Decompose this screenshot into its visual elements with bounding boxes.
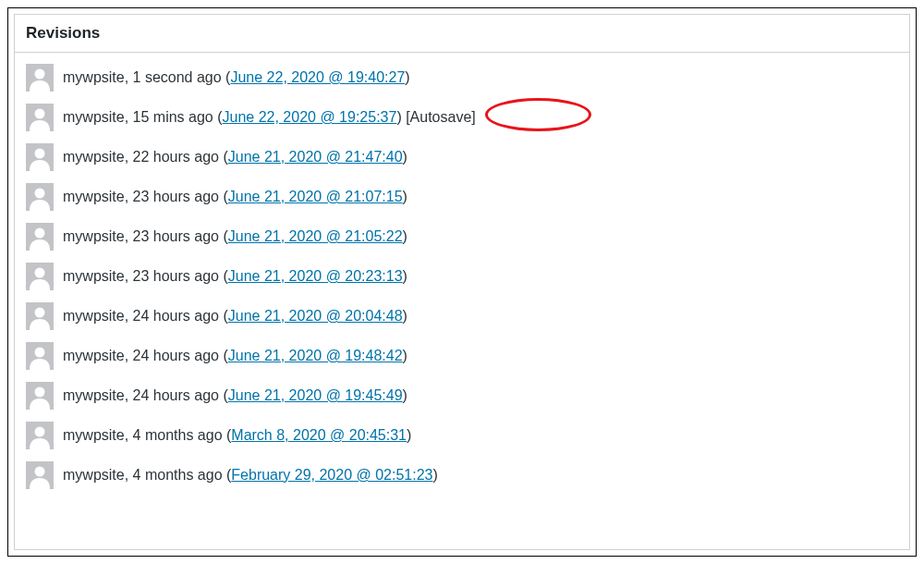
avatar-icon	[26, 342, 54, 370]
revision-author: mywpsite	[63, 149, 125, 165]
revision-datetime-link[interactable]: June 22, 2020 @ 19:40:27	[230, 69, 405, 85]
revisions-list: mywpsite, 1 second ago (June 22, 2020 @ …	[15, 53, 909, 489]
highlight-ellipse	[485, 98, 591, 131]
avatar-icon	[26, 223, 54, 251]
revision-text: mywpsite, 22 hours ago (June 21, 2020 @ …	[63, 146, 407, 168]
revision-text: mywpsite, 4 months ago (March 8, 2020 @ …	[63, 424, 411, 447]
svg-point-3	[35, 109, 45, 119]
revision-item: mywpsite, 23 hours ago (June 21, 2020 @ …	[26, 183, 898, 211]
revision-item: mywpsite, 4 months ago (February 29, 202…	[26, 461, 898, 489]
revision-author: mywpsite	[63, 268, 125, 284]
revision-ago: 23 hours ago	[133, 228, 219, 244]
revision-author: mywpsite	[63, 387, 125, 403]
revision-item: mywpsite, 23 hours ago (June 21, 2020 @ …	[26, 263, 898, 290]
revision-item: mywpsite, 22 hours ago (June 21, 2020 @ …	[26, 143, 898, 171]
avatar-icon	[26, 422, 54, 449]
revision-author: mywpsite	[63, 467, 125, 483]
revision-text: mywpsite, 1 second ago (June 22, 2020 @ …	[63, 67, 410, 89]
revision-ago: 23 hours ago	[133, 189, 219, 204]
revision-text: mywpsite, 23 hours ago (June 21, 2020 @ …	[63, 226, 407, 248]
svg-point-17	[35, 387, 45, 398]
avatar-icon	[26, 143, 54, 171]
revision-text: mywpsite, 23 hours ago (June 21, 2020 @ …	[63, 265, 407, 288]
revision-author: mywpsite	[63, 348, 125, 363]
revision-author: mywpsite	[63, 69, 125, 85]
avatar-icon	[26, 263, 54, 290]
svg-point-15	[35, 348, 45, 358]
svg-point-19	[35, 427, 45, 437]
avatar-icon	[26, 382, 54, 410]
avatar-icon	[26, 64, 54, 92]
svg-point-1	[35, 69, 45, 80]
revision-item: mywpsite, 1 second ago (June 22, 2020 @ …	[26, 64, 898, 92]
revision-ago: 22 hours ago	[133, 149, 219, 165]
avatar-icon	[26, 302, 54, 330]
revision-author: mywpsite	[63, 109, 125, 125]
revision-datetime-link[interactable]: June 21, 2020 @ 21:47:40	[228, 149, 403, 165]
revision-item: mywpsite, 24 hours ago (June 21, 2020 @ …	[26, 382, 898, 410]
svg-point-5	[35, 149, 45, 159]
revision-datetime-link[interactable]: June 21, 2020 @ 20:04:48	[228, 308, 403, 324]
avatar-icon	[26, 104, 54, 131]
avatar-icon	[26, 461, 54, 489]
svg-point-13	[35, 308, 45, 318]
revision-ago: 24 hours ago	[133, 348, 219, 363]
svg-point-11	[35, 268, 45, 278]
revision-datetime-link[interactable]: March 8, 2020 @ 20:45:31	[231, 427, 407, 443]
revision-text: mywpsite, 23 hours ago (June 21, 2020 @ …	[63, 186, 407, 208]
revision-datetime-link[interactable]: June 21, 2020 @ 21:05:22	[228, 228, 403, 244]
revision-author: mywpsite	[63, 189, 125, 204]
revision-datetime-link[interactable]: June 21, 2020 @ 19:48:42	[228, 348, 403, 363]
revision-text: mywpsite, 24 hours ago (June 21, 2020 @ …	[63, 305, 407, 327]
revision-item: mywpsite, 23 hours ago (June 21, 2020 @ …	[26, 223, 898, 251]
revision-item: mywpsite, 24 hours ago (June 21, 2020 @ …	[26, 302, 898, 330]
revision-ago: 4 months ago	[133, 427, 223, 443]
revision-ago: 24 hours ago	[133, 387, 219, 403]
revision-text: mywpsite, 4 months ago (February 29, 202…	[63, 464, 438, 486]
outer-frame: Revisions mywpsite, 1 second ago (June 2…	[7, 7, 917, 557]
revision-text: mywpsite, 24 hours ago (June 21, 2020 @ …	[63, 385, 407, 407]
revision-text: mywpsite, 15 mins ago (June 22, 2020 @ 1…	[63, 106, 476, 129]
svg-point-21	[35, 467, 45, 477]
revision-author: mywpsite	[63, 228, 125, 244]
svg-point-9	[35, 228, 45, 239]
revision-author: mywpsite	[63, 427, 125, 443]
revision-datetime-link[interactable]: June 21, 2020 @ 21:07:15	[228, 189, 403, 204]
revision-ago: 24 hours ago	[133, 308, 219, 324]
revision-text: mywpsite, 24 hours ago (June 21, 2020 @ …	[63, 345, 407, 367]
revisions-panel: Revisions mywpsite, 1 second ago (June 2…	[14, 14, 910, 550]
revision-ago: 1 second ago	[133, 69, 222, 85]
revision-ago: 23 hours ago	[133, 268, 219, 284]
revision-datetime-link[interactable]: February 29, 2020 @ 02:51:23	[231, 467, 432, 483]
revision-suffix: [Autosave]	[402, 109, 476, 125]
revision-datetime-link[interactable]: June 21, 2020 @ 20:23:13	[228, 268, 403, 284]
revision-datetime-link[interactable]: June 21, 2020 @ 19:45:49	[228, 387, 403, 403]
revision-item: mywpsite, 24 hours ago (June 21, 2020 @ …	[26, 342, 898, 370]
revision-item: mywpsite, 4 months ago (March 8, 2020 @ …	[26, 422, 898, 449]
revision-datetime-link[interactable]: June 22, 2020 @ 19:25:37	[223, 109, 397, 125]
revision-item: mywpsite, 15 mins ago (June 22, 2020 @ 1…	[26, 104, 898, 131]
revision-ago: 15 mins ago	[133, 109, 213, 125]
revision-author: mywpsite	[63, 308, 125, 324]
revision-ago: 4 months ago	[133, 467, 223, 483]
panel-title: Revisions	[15, 15, 909, 53]
avatar-icon	[26, 183, 54, 211]
svg-point-7	[35, 189, 45, 199]
